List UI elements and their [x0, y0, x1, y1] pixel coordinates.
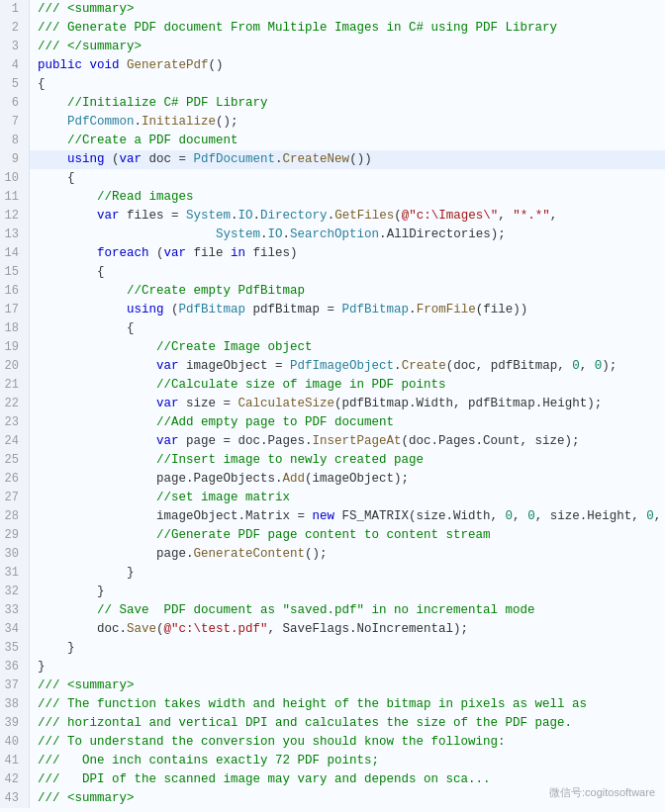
code-token — [38, 209, 97, 223]
code-token: //Initialize C# PDF Library — [67, 96, 268, 110]
code-token: (doc, pdfBitmap, — [446, 359, 573, 373]
code-token — [38, 359, 156, 373]
line-number: 6 — [0, 94, 30, 113]
code-token: IO — [268, 227, 283, 241]
code-token: PdfDocument — [194, 152, 276, 166]
line-code: /// To understand the conversion you sho… — [30, 733, 665, 752]
code-token: (file)) — [476, 303, 528, 316]
code-token: new — [313, 509, 335, 523]
line-code: using (PdfBitmap pdfBitmap = PdfBitmap.F… — [30, 301, 665, 319]
line-code: } — [30, 583, 665, 601]
code-token: page. — [38, 547, 194, 561]
code-token: /// DPI of the scanned image may vary an… — [38, 772, 491, 786]
code-token: , — [498, 209, 513, 223]
code-token: PdfBitmap — [179, 303, 246, 316]
line-code: var size = CalculateSize(pdfBitmap.Width… — [30, 395, 665, 413]
line-code: var files = System.IO.Directory.GetFiles… — [30, 207, 665, 226]
line-number: 38 — [0, 695, 30, 714]
line-number: 12 — [0, 207, 30, 226]
code-token: //Create a PDF document — [67, 134, 238, 147]
code-token: PdfBitmap — [342, 303, 410, 316]
line-code: /// The function takes width and height … — [30, 695, 665, 714]
code-line-5: 5{ — [0, 75, 665, 94]
code-line-11: 11 //Read images — [0, 188, 665, 207]
line-number: 33 — [0, 601, 30, 620]
code-token: { — [38, 171, 75, 185]
code-token: /// </summary> — [38, 40, 142, 53]
code-token: () — [209, 58, 224, 72]
code-token: //Read images — [97, 190, 194, 204]
code-token: (); — [216, 115, 238, 129]
code-token: . — [328, 209, 335, 223]
code-token: , size.Height, — [535, 509, 647, 523]
code-token: IO — [238, 209, 253, 223]
code-token: . — [409, 303, 417, 316]
code-line-16: 16 //Create empty PdfBitmap — [0, 282, 665, 301]
line-number: 31 — [0, 564, 30, 583]
code-token: void — [90, 58, 120, 72]
code-token: /// horizontal and vertical DPI and calc… — [38, 716, 572, 730]
code-line-18: 18 { — [0, 319, 665, 338]
code-line-4: 4public void GeneratePdf() — [0, 56, 665, 75]
line-code: doc.Save(@"c:\test.pdf", SaveFlags.NoInc… — [30, 620, 665, 639]
code-token: ( — [156, 622, 164, 636]
line-number: 3 — [0, 38, 30, 56]
code-line-8: 8 //Create a PDF document — [0, 132, 665, 150]
code-line-9: 9 using (var doc = PdfDocument.CreateNew… — [0, 150, 665, 169]
code-token: //set image matrix — [156, 491, 290, 504]
code-token: , — [580, 359, 595, 373]
line-number: 4 — [0, 56, 30, 75]
code-line-31: 31 } — [0, 564, 665, 583]
code-token: /// <summary> — [38, 2, 135, 16]
code-token: CreateNew — [283, 152, 350, 166]
code-token: /// <summary> — [38, 791, 135, 805]
code-line-10: 10 { — [0, 169, 665, 188]
line-number: 35 — [0, 639, 30, 658]
code-token — [82, 58, 90, 72]
code-token: /// The function takes width and height … — [38, 697, 587, 711]
code-token — [38, 115, 67, 129]
code-token: var — [156, 397, 179, 410]
line-number: 28 — [0, 507, 30, 526]
code-line-39: 39/// horizontal and vertical DPI and ca… — [0, 714, 665, 733]
line-number: 13 — [0, 226, 30, 244]
code-token: "*.*" — [513, 209, 550, 223]
code-token: , SaveFlags.NoIncremental); — [268, 622, 469, 636]
code-line-15: 15 { — [0, 263, 665, 282]
code-line-21: 21 //Calculate size of image in PDF poin… — [0, 376, 665, 395]
line-code: } — [30, 658, 665, 677]
line-number: 39 — [0, 714, 30, 733]
code-token: /// To understand the conversion you sho… — [38, 735, 506, 749]
code-token — [38, 152, 67, 166]
code-token: { — [38, 265, 105, 279]
code-token: GenerateContent — [194, 547, 306, 561]
code-token — [120, 58, 128, 72]
line-code: imageObject.Matrix = new FS_MATRIX(size.… — [30, 507, 665, 526]
code-token — [38, 603, 97, 617]
code-line-20: 20 var imageObject = PdfImageObject.Crea… — [0, 357, 665, 376]
code-line-13: 13 System.IO.SearchOption.AllDirectories… — [0, 226, 665, 244]
code-token: Add — [283, 472, 306, 486]
code-token: { — [38, 321, 135, 335]
code-token: InsertPageAt — [313, 434, 402, 448]
code-line-3: 3/// </summary> — [0, 38, 665, 56]
code-token: files) — [245, 246, 298, 260]
code-line-12: 12 var files = System.IO.Directory.GetFi… — [0, 207, 665, 226]
code-line-26: 26 page.PageObjects.Add(imageObject); — [0, 470, 665, 489]
line-code: //set image matrix — [30, 489, 665, 507]
line-code: { — [30, 75, 665, 94]
code-token: var — [164, 246, 187, 260]
code-line-7: 7 PdfCommon.Initialize(); — [0, 113, 665, 132]
code-token: var — [156, 434, 179, 448]
code-token: (); — [305, 547, 328, 561]
code-editor: 1/// <summary>2/// Generate PDF document… — [0, 0, 665, 812]
line-number: 40 — [0, 733, 30, 752]
code-token: ( — [105, 152, 120, 166]
line-code: //Generate PDF page content to content s… — [30, 526, 665, 545]
code-token: System — [186, 209, 231, 223]
line-code: { — [30, 319, 665, 338]
line-code: /// </summary> — [30, 38, 665, 56]
code-line-30: 30 page.GenerateContent(); — [0, 545, 665, 564]
code-line-17: 17 using (PdfBitmap pdfBitmap = PdfBitma… — [0, 301, 665, 319]
code-token: //Generate PDF page content to content s… — [156, 528, 491, 542]
